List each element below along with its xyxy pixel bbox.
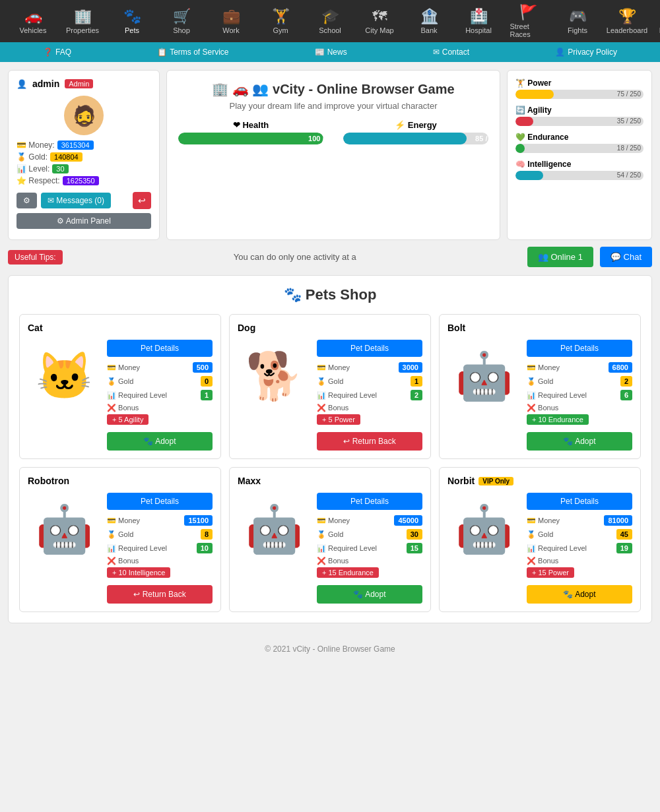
money-val-dog: 3000 <box>399 362 422 373</box>
adopt-button-bolt[interactable]: 🐾 Adopt <box>527 432 632 451</box>
nav-item-fights[interactable]: 🎮 Fights <box>560 8 596 34</box>
pet-image-cat: 🐱 <box>28 340 100 412</box>
pet-image-robotron: 🤖 <box>28 493 100 565</box>
pet-detail-button-robotron[interactable]: Pet Details <box>107 493 213 510</box>
level-val-maxx: 15 <box>407 543 422 553</box>
nav-item-bank[interactable]: 🏦 Bank <box>411 8 447 34</box>
money-val-maxx: 45000 <box>394 515 422 526</box>
level-val-robotron: 10 <box>197 543 213 553</box>
messages-button[interactable]: ✉ Messages (0) <box>41 193 111 208</box>
adopt-button-maxx[interactable]: 🐾 Adopt <box>317 585 422 604</box>
power-bar: 75 / 250 <box>515 90 644 99</box>
useful-tips: Useful Tips: <box>8 250 63 265</box>
adopt-gold-button-norbit[interactable]: 🐾 Adopt <box>527 585 632 604</box>
nav-item-shop[interactable]: 🛒 Shop <box>164 8 200 34</box>
school-label: School <box>319 26 341 34</box>
nav-item-vehicles[interactable]: 🚗 Vehicles <box>15 8 51 34</box>
adopt-button-cat[interactable]: 🐾 Adopt <box>107 432 213 451</box>
pet-card-cat: Cat 🐱 Pet Details 💳 Money 500 🏅 Gold 0 📊… <box>19 314 221 459</box>
faq-icon: ❓ <box>43 47 53 57</box>
pet-detail-button-norbit[interactable]: Pet Details <box>527 493 632 510</box>
return-button-robotron[interactable]: ↩ Return Back <box>107 585 213 604</box>
vip-badge: VIP Only <box>478 477 513 485</box>
return-button-dog[interactable]: ↩ Return Back <box>317 432 422 451</box>
contact-label: Contact <box>442 47 469 57</box>
tos-label: Terms of Service <box>170 47 228 57</box>
nav-item-home[interactable]: 🏠 Home <box>0 8 2 34</box>
money-row-dog: 💳 Money 3000 <box>317 362 422 373</box>
nav-item-work[interactable]: 💼 Work <box>213 8 249 34</box>
pets-label: Pets <box>125 26 139 34</box>
energy-bar: 85 / 100 <box>343 133 488 144</box>
subnav-item-privacy[interactable]: 👤Privacy Policy <box>555 47 617 57</box>
pet-name-norbit: Norbit VIP Only <box>447 476 632 486</box>
leaderboard-icon: 🏆 <box>618 8 636 25</box>
admin-panel-button[interactable]: ⚙ Admin Panel <box>16 213 151 229</box>
pet-detail-button-dog[interactable]: Pet Details <box>317 340 422 357</box>
activity-text: You can do only one activity at a <box>69 252 521 262</box>
gold-row-robotron: 🏅 Gold 8 <box>107 529 213 540</box>
nav-item-leaderboard[interactable]: 🏆 Leaderboard <box>609 8 645 34</box>
subnav-item-faq[interactable]: ❓FAQ <box>43 47 71 57</box>
tos-icon: 📋 <box>157 47 167 57</box>
fights-icon: 🎮 <box>569 8 587 25</box>
nav-item-school[interactable]: 🎓 School <box>312 8 348 34</box>
privacy-label: Privacy Policy <box>568 47 617 57</box>
avatar: 🧔 <box>64 96 104 135</box>
pet-body-robotron: 🤖 Pet Details 💳 Money 15100 🏅 Gold 8 📊 R… <box>28 493 213 604</box>
gold-val-robotron: 8 <box>201 529 213 540</box>
logout-button[interactable]: ↩ <box>133 192 151 209</box>
pet-image-norbit: 🤖 <box>447 493 520 565</box>
settings-button[interactable]: ⚙ <box>16 193 37 208</box>
pet-details-maxx: Pet Details 💳 Money 45000 🏅 Gold 30 📊 Re… <box>317 493 422 604</box>
gold-val-cat: 0 <box>201 376 213 387</box>
bonus-val-robotron: + 10 Intelligence <box>107 567 170 578</box>
top-nav: 🏠 Home 🚗 Vehicles 🏢 Properties 🐾 Pets 🛒 … <box>0 0 660 42</box>
endurance-label: 💚 Endurance <box>515 133 644 142</box>
pet-name-robotron: Robotron <box>28 476 213 486</box>
subnav-item-news[interactable]: 📰News <box>315 47 347 57</box>
bank-icon: 🏦 <box>420 8 438 25</box>
pet-detail-button-maxx[interactable]: Pet Details <box>317 493 422 510</box>
endurance-bar: 18 / 250 <box>515 144 644 153</box>
nav-item-properties[interactable]: 🏢 Properties <box>65 8 101 34</box>
pet-card-maxx: Maxx 🤖 Pet Details 💳 Money 45000 🏅 Gold … <box>229 467 431 612</box>
nav-item-pets[interactable]: 🐾 Pets <box>114 8 150 34</box>
agility-bar: 35 / 250 <box>515 117 644 126</box>
news-icon: 📰 <box>315 47 325 57</box>
bonus-val-bolt: + 10 Endurance <box>527 414 589 425</box>
money-val-cat: 500 <box>193 362 213 373</box>
bonus-row-cat: ❌ Bonus + 5 Agility <box>107 404 213 425</box>
nav-item-hospital[interactable]: 🏥 Hospital <box>461 8 497 34</box>
bonus-row-robotron: ❌ Bonus + 10 Intelligence <box>107 557 213 578</box>
pets-icon: 🐾 <box>123 8 141 25</box>
chat-button[interactable]: 💬 Chat <box>600 247 652 267</box>
pet-image-bolt: 🤖 <box>447 340 520 412</box>
bonus-val-maxx: + 15 Endurance <box>317 567 379 578</box>
subnav-item-contact[interactable]: ✉Contact <box>433 47 469 57</box>
nav-item-street-races[interactable]: 🚩 Street Races <box>510 4 546 38</box>
level-val-cat: 1 <box>201 390 213 400</box>
nav-item-gym[interactable]: 🏋 Gym <box>263 8 299 34</box>
fights-label: Fights <box>568 26 587 34</box>
pet-card-norbit: Norbit VIP Only 🤖 Pet Details 💳 Money 81… <box>439 467 641 612</box>
pet-details-cat: Pet Details 💳 Money 500 🏅 Gold 0 📊 Requi… <box>107 340 213 451</box>
user-panel: 👤 admin Admin 🧔 💳 Money: 3615304 🏅 Gold:… <box>8 70 160 240</box>
gold-val-dog: 1 <box>411 376 422 387</box>
gold-label: 🏅 Gold: <box>16 152 48 162</box>
level-row-norbit: 📊 Required Level 19 <box>527 543 632 553</box>
online-button[interactable]: 👥 Online 1 <box>527 247 593 267</box>
pet-detail-button-cat[interactable]: Pet Details <box>107 340 213 357</box>
subnav-item-tos[interactable]: 📋Terms of Service <box>157 47 228 57</box>
nav-item-city-map[interactable]: 🗺 City Map <box>362 8 398 34</box>
pet-detail-button-bolt[interactable]: Pet Details <box>527 340 632 357</box>
leaderboard-label: Leaderboard <box>607 26 647 34</box>
gold-val-maxx: 30 <box>407 529 422 540</box>
vehicles-label: Vehicles <box>20 26 47 34</box>
work-label: Work <box>222 26 239 34</box>
pets-grid: Cat 🐱 Pet Details 💳 Money 500 🏅 Gold 0 📊… <box>19 314 641 612</box>
bank-label: Bank <box>420 26 437 34</box>
school-icon: 🎓 <box>321 8 339 25</box>
money-row-norbit: 💳 Money 81000 <box>527 515 632 526</box>
level-row-robotron: 📊 Required Level 10 <box>107 543 213 553</box>
